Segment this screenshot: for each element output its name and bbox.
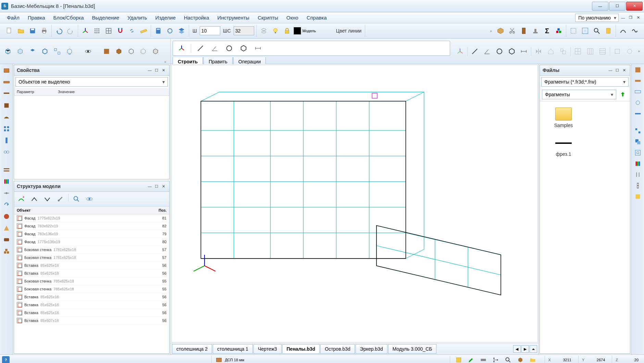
strip-sphere-icon[interactable] — [2, 212, 11, 221]
struct-up-button[interactable] — [29, 194, 39, 204]
circle3d-tool[interactable] — [494, 46, 505, 57]
menu-scripts[interactable]: Скрипты — [253, 13, 282, 23]
menu-file[interactable]: Файл — [3, 13, 24, 23]
rstrip-panel-icon[interactable] — [634, 66, 642, 74]
sigma-button[interactable]: Σ — [542, 26, 552, 36]
rstrip-subtract-icon[interactable] — [634, 149, 642, 157]
struct-down-button[interactable] — [42, 194, 52, 204]
tab-expand[interactable]: ⏶ — [530, 345, 537, 353]
misc1-button[interactable] — [612, 46, 622, 57]
strip-config-icon[interactable] — [2, 189, 11, 198]
doc-tab[interactable]: Эркер.b3d — [356, 344, 387, 354]
mirror-h-button[interactable] — [533, 46, 544, 57]
circle-tool[interactable] — [224, 43, 234, 53]
hidden-line-button[interactable] — [138, 46, 149, 57]
menu-product[interactable]: Изделие — [151, 13, 179, 23]
refresh-button[interactable] — [165, 26, 175, 36]
cube-iso-button[interactable] — [40, 46, 50, 57]
rstrip-slot-icon[interactable] — [634, 88, 642, 96]
cube-rotate-button[interactable] — [64, 46, 75, 57]
grid-button[interactable] — [92, 26, 102, 36]
material-wood-button[interactable] — [101, 46, 112, 57]
tab-scroll-left[interactable]: ◀ — [513, 345, 521, 353]
rstrip-combine-icon[interactable] — [634, 138, 642, 146]
angle-tool[interactable] — [210, 43, 220, 53]
zoom-window-button[interactable] — [580, 26, 590, 36]
structure-row[interactable]: Боковая стенка 1781x625x18 57 — [14, 254, 169, 262]
strip-ruler-icon[interactable] — [2, 136, 11, 145]
width-input[interactable] — [200, 26, 220, 35]
package-button[interactable] — [495, 26, 506, 36]
layers-button[interactable] — [176, 26, 187, 36]
window-maximize-button[interactable]: ☐ — [609, 2, 626, 11]
rstrip-books-icon[interactable] — [634, 160, 642, 168]
grid-panel-button[interactable] — [573, 46, 583, 57]
status-tree-button[interactable] — [491, 355, 501, 363]
wireframe-button[interactable] — [126, 46, 136, 57]
measure-button[interactable] — [138, 26, 149, 36]
material-box-button[interactable] — [114, 46, 124, 57]
file-item-folder[interactable]: Samples — [545, 108, 582, 128]
toolbar-overflow[interactable]: » — [488, 29, 493, 33]
calc-button[interactable] — [153, 26, 163, 36]
struct-tools-button[interactable] — [55, 194, 65, 204]
sketch-axes-icon[interactable] — [176, 43, 187, 53]
structure-row[interactable]: Вставка 85x625x18 56 — [14, 309, 169, 317]
step-input[interactable] — [234, 26, 254, 35]
strip-profile-icon[interactable] — [2, 113, 11, 122]
link-button[interactable] — [127, 26, 137, 36]
struct-visibility-button[interactable] — [84, 194, 95, 204]
structure-row[interactable]: Вставка 85x625x18 56 — [14, 301, 169, 309]
status-keys-button[interactable] — [478, 355, 488, 363]
mdi-restore-button[interactable]: ❐ — [628, 15, 634, 21]
misc2-button[interactable] — [624, 46, 635, 57]
structure-list[interactable]: Фасад 1775x622x19 81 Фасад 783x622x19 82… — [14, 214, 169, 331]
window-minimize-button[interactable]: — — [592, 2, 608, 11]
dimension-tool[interactable] — [253, 43, 263, 53]
color-swatch[interactable] — [294, 27, 301, 35]
print-button[interactable] — [39, 26, 49, 36]
curve2-button[interactable] — [630, 26, 640, 36]
panel-dock-button[interactable]: ☐ — [153, 183, 160, 189]
struct-find-button[interactable] — [71, 194, 82, 204]
redo-button[interactable] — [65, 26, 76, 36]
status-select-button[interactable] — [454, 355, 464, 363]
mode-combo[interactable]: Модель — [302, 29, 333, 33]
mdi-minimize-button[interactable]: — — [620, 15, 626, 21]
menu-settings[interactable]: Настройка — [180, 13, 213, 23]
strip-array-icon[interactable] — [2, 124, 11, 133]
gridh-button[interactable] — [597, 46, 608, 57]
layout-preset-combo[interactable]: По умолчанию — [575, 14, 619, 22]
strip-panel-icon[interactable] — [2, 66, 11, 75]
save-button[interactable] — [27, 26, 38, 36]
rstrip-hinge-icon[interactable] — [634, 182, 642, 190]
menu-selection[interactable]: Выделение — [88, 13, 123, 23]
structure-row[interactable]: Фасад 783x136x19 79 — [14, 230, 169, 238]
tab-scroll-right[interactable]: ▶ — [521, 345, 529, 353]
strip-boxes-icon[interactable] — [2, 247, 11, 256]
doc-tab[interactable]: Модуль 3.000_СБ — [388, 344, 437, 354]
stamp-button[interactable] — [530, 26, 541, 36]
line3d-tool[interactable] — [470, 46, 480, 57]
curve-button[interactable] — [618, 26, 628, 36]
rstrip-array-icon[interactable] — [634, 127, 642, 135]
zoom-fit-button[interactable] — [568, 26, 579, 36]
dim3d-tool[interactable] — [519, 46, 529, 57]
cut-button[interactable] — [507, 26, 517, 36]
cube-explode-button[interactable] — [52, 46, 62, 57]
axes-button[interactable] — [80, 26, 90, 36]
rstrip-golden-icon[interactable] — [634, 193, 642, 201]
hexagon-tool[interactable] — [238, 43, 249, 53]
menu-help[interactable]: Справка — [302, 13, 331, 23]
status-edit-button[interactable] — [466, 355, 476, 363]
structure-row[interactable]: Вставка 85x625x18 56 — [14, 270, 169, 277]
cube-front-button[interactable] — [3, 46, 13, 57]
doc-tab[interactable]: Остров.b3d — [320, 344, 355, 354]
rstrip-brackets-icon[interactable] — [634, 171, 642, 179]
shaded-button[interactable] — [150, 46, 161, 57]
strip-shelf-icon[interactable] — [2, 165, 11, 174]
struct-add-button[interactable]: + — [16, 194, 26, 204]
menu-window[interactable]: Окно — [282, 13, 302, 23]
panel-close-button[interactable]: ✕ — [160, 183, 166, 189]
strip-wallet-icon[interactable] — [2, 235, 11, 244]
